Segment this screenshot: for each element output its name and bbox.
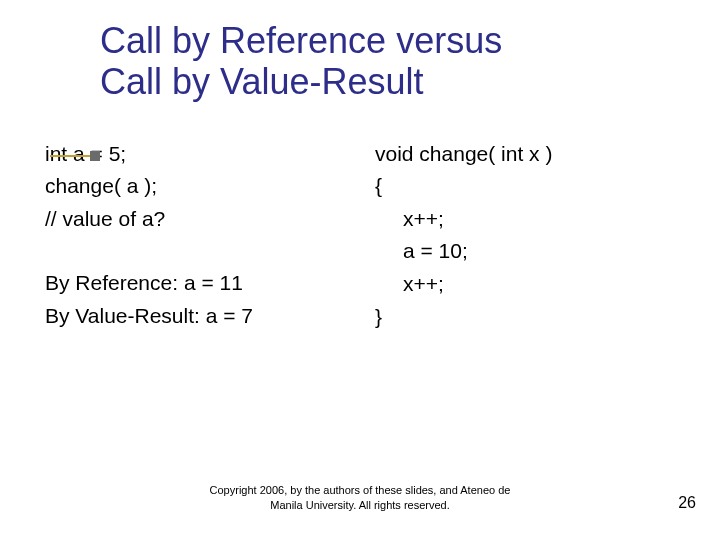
- content-area: int a = 5; change( a ); // value of a? B…: [45, 138, 680, 333]
- code-line: }: [375, 301, 675, 334]
- code-line: void change( int x ): [375, 138, 675, 171]
- slide-title-line1: Call by Reference versus: [100, 20, 680, 61]
- code-line: x++;: [403, 268, 675, 301]
- code-line: {: [375, 170, 675, 203]
- code-line: // value of a?: [45, 203, 365, 236]
- code-line: change( a );: [45, 170, 365, 203]
- accent-square: [90, 151, 100, 161]
- page-number: 26: [678, 494, 696, 512]
- accent-line: [50, 155, 90, 157]
- footer-line1: Copyright 2006, by the authors of these …: [0, 483, 720, 497]
- slide: Call by Reference versus Call by Value-R…: [0, 0, 720, 540]
- title-block: Call by Reference versus Call by Value-R…: [100, 20, 680, 103]
- result-reference: By Reference: a = 11: [45, 267, 365, 300]
- slide-title-line2: Call by Value-Result: [100, 61, 680, 102]
- left-column: int a = 5; change( a ); // value of a? B…: [45, 138, 365, 333]
- code-line: x++;: [403, 203, 675, 236]
- result-lines: By Reference: a = 11 By Value-Result: a …: [45, 267, 365, 332]
- right-column: void change( int x ) { x++; a = 10; x++;…: [375, 138, 675, 333]
- result-value-result: By Value-Result: a = 7: [45, 300, 365, 333]
- footer-copyright: Copyright 2006, by the authors of these …: [0, 483, 720, 512]
- code-line: a = 10;: [403, 235, 675, 268]
- footer-line2: Manila University. All rights reserved.: [0, 498, 720, 512]
